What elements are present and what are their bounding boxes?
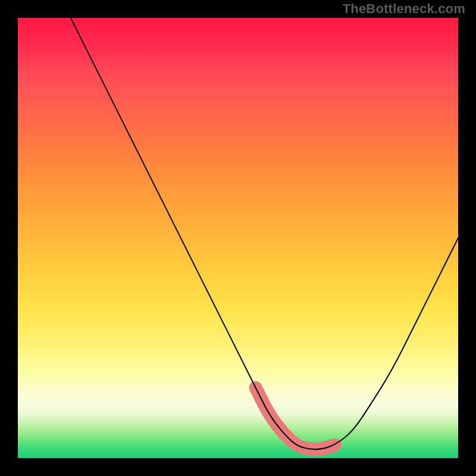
bottleneck-curve <box>71 18 458 449</box>
curve-layer <box>18 18 458 458</box>
chart-canvas: TheBottleneck.com <box>0 0 476 476</box>
watermark-text: TheBottleneck.com <box>343 1 465 17</box>
curve-highlight <box>256 388 335 450</box>
